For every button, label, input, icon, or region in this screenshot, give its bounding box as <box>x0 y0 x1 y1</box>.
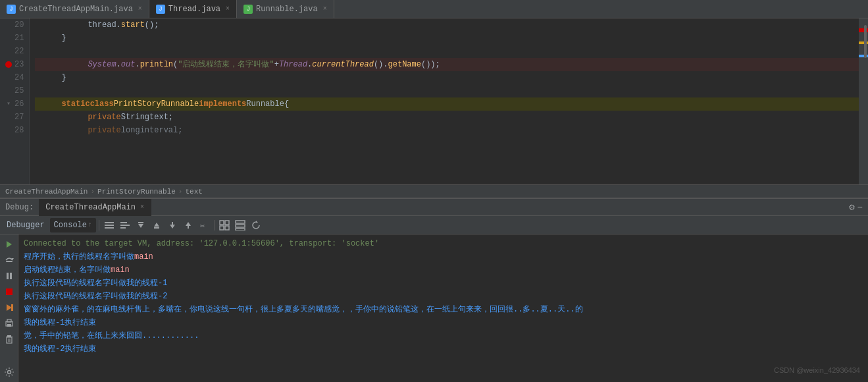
debug-panel: Debug: CreateThreadAppMain × ⚙ − Debugge… <box>0 198 868 382</box>
console-line-6: 窗窗外的麻外雀，的在麻电线杆售上，多嘴在，你电说这线一句杆，很上多夏多天的嘴感觉… <box>24 303 863 316</box>
debug-left-sidebar <box>0 234 18 382</box>
line-number-24: 24 <box>5 71 24 84</box>
console-line-2: 程序开始，执行的线程名字叫做main <box>24 250 863 263</box>
console-output: Connected to the target VM, address: '12… <box>18 234 868 382</box>
tab-runnable[interactable]: J Runnable.java × <box>237 0 334 18</box>
tab-close-icon[interactable]: × <box>138 5 142 13</box>
line-number-28: 28 <box>5 124 24 137</box>
breadcrumb-item-1[interactable]: CreateThreadAppMain <box>5 188 88 196</box>
tab-thread[interactable]: J Thread.java × <box>149 0 237 18</box>
grid-icon <box>235 220 245 231</box>
align-left-btn[interactable] <box>118 218 132 232</box>
minimize-icon[interactable]: − <box>857 202 863 213</box>
toolbar-separator-1 <box>99 220 99 231</box>
tab-close-icon[interactable]: × <box>323 5 327 13</box>
svg-marker-23 <box>7 241 12 248</box>
delete-btn[interactable] <box>2 332 16 346</box>
list-icon-btn[interactable] <box>102 218 116 232</box>
console-output-3: 启动线程结束，名字叫做main <box>24 263 130 277</box>
code-line-26: static class PrintStoryRunnable implemen… <box>35 97 859 111</box>
debugger-tab-btn[interactable]: Debugger <box>3 218 49 232</box>
cut-btn[interactable]: ✂ <box>197 218 211 232</box>
line-number-22: 22 <box>5 45 24 58</box>
table-icon <box>219 220 230 231</box>
svg-rect-19 <box>236 221 245 223</box>
code-line-21: } <box>35 32 859 45</box>
svg-marker-10 <box>170 225 175 229</box>
step-down-btn[interactable] <box>134 218 148 232</box>
svg-marker-22 <box>256 221 258 223</box>
svg-point-39 <box>7 371 11 374</box>
java-file-icon: J <box>156 5 165 14</box>
svg-rect-16 <box>225 221 229 225</box>
debug-tab-main[interactable]: CreateThreadAppMain × <box>39 199 151 216</box>
console-line-5: 执行这段代码的线程名字叫做我的线程-2 <box>24 290 863 303</box>
tab-close-icon[interactable]: × <box>226 5 230 13</box>
debug-body: Connected to the target VM, address: '12… <box>0 234 868 382</box>
code-line-27: private String text; <box>35 111 859 124</box>
settings-icon[interactable]: ⚙ <box>849 202 854 213</box>
svg-rect-28 <box>6 288 13 295</box>
refresh-icon <box>251 220 261 231</box>
tab-create-thread[interactable]: J CreateThreadAppMain.java × <box>0 0 149 18</box>
svg-rect-4 <box>120 225 130 226</box>
svg-rect-15 <box>220 221 224 225</box>
console-tab-btn[interactable]: Console ↑ <box>50 218 96 232</box>
step-up-btn[interactable] <box>149 218 164 232</box>
table-view-btn[interactable] <box>217 218 232 232</box>
resume-btn[interactable] <box>2 237 16 252</box>
debug-tab-bar: Debug: CreateThreadAppMain × ⚙ − <box>0 199 868 216</box>
stop-btn[interactable] <box>2 285 16 299</box>
svg-rect-34 <box>7 335 11 337</box>
svg-text:✂: ✂ <box>200 222 205 231</box>
line-number-26: ▾ 26 <box>5 97 24 111</box>
svg-rect-17 <box>220 226 224 230</box>
step-up-icon <box>151 220 162 231</box>
console-output-9: 我的线程-2执行结束 <box>24 342 96 356</box>
svg-rect-0 <box>105 222 114 223</box>
console-line-4: 执行这段代码的线程名字叫做我的线程-1 <box>24 277 863 290</box>
print-btn[interactable] <box>2 316 16 331</box>
breadcrumb-item-3[interactable]: text <box>185 188 202 196</box>
line-number-23: 23 <box>5 58 24 71</box>
svg-rect-25 <box>6 261 13 262</box>
svg-rect-36 <box>7 337 12 343</box>
debug-settings-area: ⚙ − <box>849 202 863 213</box>
settings-bottom-btn[interactable] <box>2 365 16 379</box>
line-number-25: 25 <box>5 84 24 97</box>
fold-arrow-icon[interactable]: ▾ <box>5 101 12 107</box>
step-over-btn[interactable] <box>2 253 16 267</box>
debug-tab-label: CreateThreadAppMain <box>45 203 136 212</box>
run-coverage-btn[interactable] <box>2 300 16 315</box>
svg-marker-6 <box>138 224 143 228</box>
align-icon <box>120 220 130 231</box>
svg-rect-9 <box>154 227 159 229</box>
svg-rect-20 <box>236 225 245 227</box>
scrollbar-thumb[interactable] <box>864 25 867 58</box>
code-line-22 <box>35 45 859 58</box>
console-line-3: 启动线程结束，名字叫做main <box>24 263 863 277</box>
line-number-21: 21 <box>5 32 24 45</box>
grid-view-btn[interactable] <box>233 218 247 232</box>
breadcrumb-sep-2: › <box>178 188 183 196</box>
svg-rect-2 <box>105 227 114 229</box>
line-number-27: 27 <box>5 111 24 124</box>
svg-marker-8 <box>154 223 159 227</box>
step-down2-icon <box>167 220 178 231</box>
code-line-24: } <box>35 71 859 84</box>
editor-scrollbar[interactable] <box>859 18 868 184</box>
step-down2-btn[interactable] <box>165 218 180 232</box>
pause-btn[interactable] <box>2 269 16 283</box>
cut-icon: ✂ <box>199 220 209 231</box>
console-line-9: 我的线程-2执行结束 <box>24 342 863 356</box>
code-line-23: System.out.println("启动线程结束，名字叫做" + Threa… <box>35 58 859 71</box>
code-line-28: private long interval; <box>35 124 859 137</box>
debug-tab-close-icon[interactable]: × <box>140 204 144 211</box>
refresh-btn[interactable] <box>249 218 263 232</box>
breadcrumb-item-2[interactable]: PrintStoryRunnable <box>97 188 176 196</box>
code-content-area: 20 21 22 23 24 25 ▾ <box>0 18 868 184</box>
breadcrumb-sep-1: › <box>90 188 95 196</box>
breakpoint-icon[interactable] <box>5 61 12 68</box>
list-icon <box>104 220 115 231</box>
step-up2-btn[interactable] <box>181 218 195 232</box>
